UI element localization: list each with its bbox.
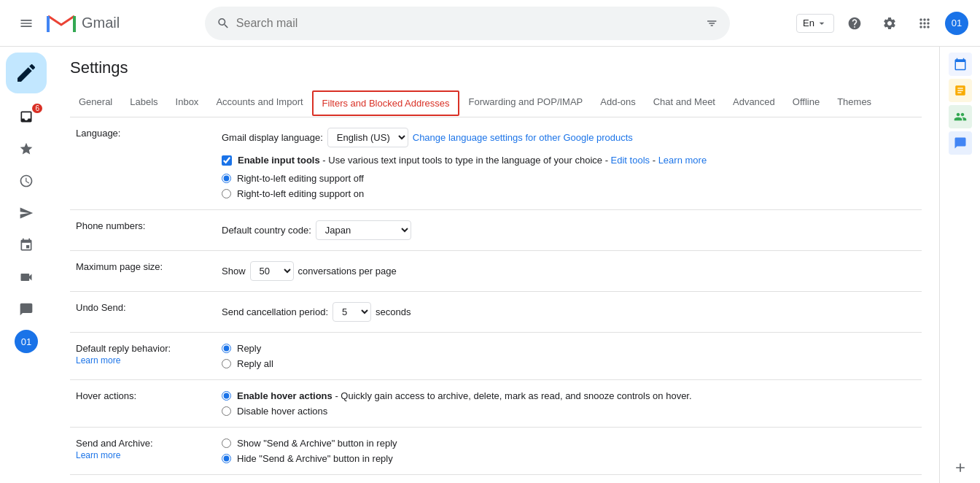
sendarchive-row: Send and Archive: Learn more Show "Send … [70, 428, 922, 475]
disable-hover-option[interactable]: Disable hover actions [222, 406, 916, 417]
undo-period-row: Send cancellation period: 5 10 20 30 sec… [222, 302, 916, 322]
tab-chat[interactable]: Chat and Meet [645, 89, 724, 117]
language-button[interactable]: En [796, 14, 834, 33]
learn-more-input-link[interactable]: Learn more [658, 155, 707, 166]
tab-accounts[interactable]: Accounts and Import [207, 89, 311, 117]
phone-label: Phone numbers: [70, 210, 216, 251]
tab-labels[interactable]: Labels [121, 89, 166, 117]
main-content: Settings General Labels Inbox Accounts a… [52, 47, 939, 483]
show-sendarchive-option[interactable]: Show "Send & Archive" button in reply [222, 438, 916, 449]
language-label: Language: [70, 117, 216, 210]
phone-row: Phone numbers: Default country code: Jap… [70, 210, 922, 251]
enable-input-tools-label: Enable input tools - Use various text in… [238, 155, 707, 166]
phone-content: Default country code: Japan United State… [216, 210, 922, 251]
hover-radio-group: Enable hover actions - Quickly gain acce… [222, 390, 916, 417]
compose-button[interactable] [6, 53, 47, 93]
user-avatar: 01 [15, 330, 38, 353]
rtl-on-option[interactable]: Right-to-left editing support on [222, 188, 916, 199]
sidebar-item-snoozed[interactable] [6, 166, 47, 196]
tab-offline[interactable]: Offline [784, 89, 828, 117]
phone-country-label: Default country code: [222, 225, 311, 236]
country-select[interactable]: Japan United States United Kingdom [316, 220, 411, 240]
sidebar-item-inbox[interactable]: 6 [6, 102, 47, 131]
sidebar-item-starred[interactable] [6, 134, 47, 163]
sendarchive-label: Send and Archive: Learn more [70, 428, 216, 475]
send-icon [19, 206, 34, 220]
topbar-left: Gmail [12, 9, 172, 38]
sidebar-item-user[interactable]: 01 [6, 327, 47, 356]
tab-forwarding[interactable]: Forwarding and POP/IMAP [459, 89, 591, 117]
language-select[interactable]: English (US) English (UK) 日本語 [327, 128, 408, 147]
hide-sendarchive-option[interactable]: Hide "Send & Archive" button in reply [222, 453, 916, 464]
enable-hover-option[interactable]: Enable hover actions - Quickly gain acce… [222, 390, 916, 401]
apps-button[interactable] [910, 9, 939, 38]
expand-panel-button[interactable] [953, 460, 968, 483]
reply-all-option[interactable]: Reply all [222, 358, 916, 369]
right-panel-contacts[interactable] [949, 105, 972, 128]
tab-advanced[interactable]: Advanced [724, 89, 784, 117]
language-display-row: Gmail display language: English (US) Eng… [222, 128, 916, 147]
rtl-off-option[interactable]: Right-to-left editing support off [222, 173, 916, 184]
reply-option[interactable]: Reply [222, 343, 916, 354]
tab-general[interactable]: General [70, 89, 121, 117]
search-icon [217, 16, 230, 31]
tab-inbox[interactable]: Inbox [167, 89, 208, 117]
right-panel-calendar[interactable] [949, 53, 972, 76]
change-language-link[interactable]: Change language settings for other Googl… [413, 132, 633, 143]
enable-input-tools-checkbox[interactable] [222, 155, 232, 166]
right-panel [939, 47, 980, 483]
menu-icon[interactable] [12, 9, 41, 38]
language-row: Language: Gmail display language: Englis… [70, 117, 922, 210]
video-icon [19, 270, 34, 285]
page-title: Settings [70, 58, 922, 77]
pagesize-row: Maximum page size: Show 10 25 50 100 con… [70, 251, 922, 292]
hover-row: Hover actions: Enable hover actions - Qu… [70, 380, 922, 428]
inbox-badge: 6 [32, 104, 42, 113]
compose-icon [15, 61, 38, 85]
help-button[interactable] [840, 9, 869, 38]
help-icon [847, 16, 862, 31]
sidebar-item-drafts[interactable] [6, 231, 47, 260]
settings-table: Language: Gmail display language: Englis… [70, 117, 922, 483]
textstyle-content: Sans Serif TT A [216, 475, 922, 484]
textstyle-label: Default text style: (Use the 'Remove for… [70, 475, 216, 484]
search-input[interactable] [236, 17, 699, 30]
reply-content: Reply Reply all [216, 333, 922, 380]
hover-content: Enable hover actions - Quickly gain acce… [216, 380, 922, 428]
tab-addons[interactable]: Add-ons [591, 89, 644, 117]
gmail-logo: Gmail [47, 13, 120, 34]
right-panel-tasks[interactable] [949, 79, 972, 102]
tasks-icon [954, 84, 967, 97]
gear-icon [882, 16, 897, 31]
star-icon [19, 142, 34, 156]
textstyle-row: Default text style: (Use the 'Remove for… [70, 475, 922, 484]
pagesize-select[interactable]: 10 25 50 100 [250, 261, 294, 281]
pagesize-label: Maximum page size: [70, 251, 216, 292]
pagesize-show-row: Show 10 25 50 100 conversations per page [222, 261, 916, 281]
expand-icon [953, 460, 968, 475]
sidebar-item-meet[interactable] [6, 263, 47, 292]
people-icon [954, 110, 967, 123]
app-title: Gmail [82, 15, 120, 31]
tab-filters[interactable]: Filters and Blocked Addresses [312, 90, 460, 116]
right-panel-chat[interactable] [949, 131, 972, 155]
sendarchive-learn-more[interactable]: Learn more [76, 450, 198, 460]
sidebar-item-sent[interactable] [6, 198, 47, 228]
phone-country-row: Default country code: Japan United State… [222, 220, 916, 240]
inbox-icon [19, 109, 34, 124]
avatar[interactable]: 01 [945, 12, 968, 35]
search-input-wrap[interactable] [205, 7, 730, 40]
reply-learn-more[interactable]: Learn more [76, 355, 198, 366]
undo-seconds-select[interactable]: 5 10 20 30 [332, 302, 371, 322]
sidebar-item-contacts[interactable] [6, 295, 47, 324]
svg-rect-0 [47, 16, 50, 32]
settings-tabs: General Labels Inbox Accounts and Import… [70, 89, 922, 117]
search-bar [205, 7, 730, 40]
reply-label: Default reply behavior: Learn more [70, 333, 216, 380]
topbar: Gmail En [0, 0, 980, 47]
rtl-radio-group: Right-to-left editing support off Right-… [222, 173, 916, 199]
tab-themes[interactable]: Themes [828, 89, 880, 117]
edit-tools-link[interactable]: Edit tools [611, 155, 650, 166]
settings-button[interactable] [875, 9, 904, 38]
search-filter-icon[interactable] [705, 16, 718, 31]
